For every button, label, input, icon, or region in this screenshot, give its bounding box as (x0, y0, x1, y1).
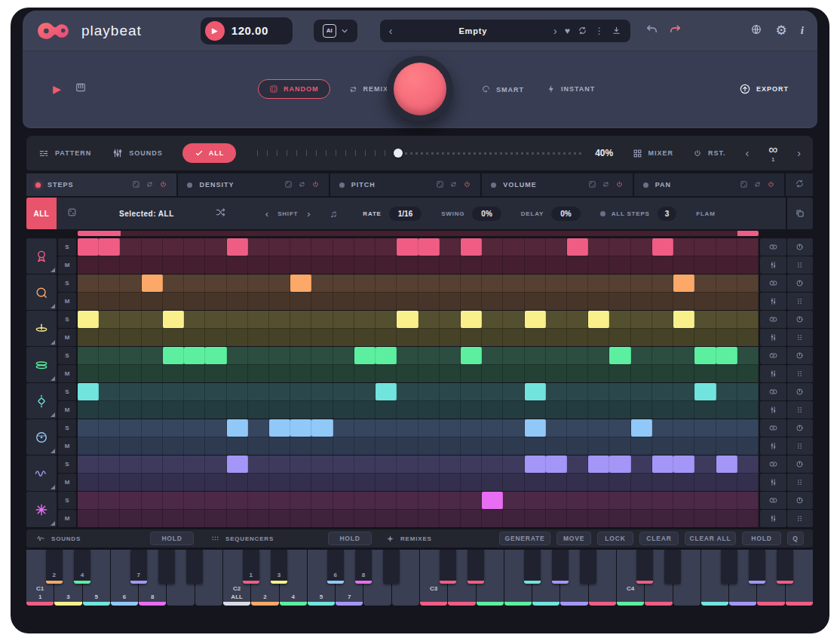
step-cell-21[interactable] (503, 293, 524, 310)
step-cell-2[interactable] (99, 401, 120, 419)
step-cell-5[interactable] (163, 401, 184, 419)
pattern-range-bar[interactable] (78, 231, 759, 236)
step-cell-13[interactable] (333, 455, 354, 473)
clear-button[interactable]: CLEAR (639, 532, 679, 545)
step-cell-12[interactable] (311, 347, 333, 364)
step-cell-11[interactable] (290, 329, 311, 346)
step-cell-11[interactable] (290, 274, 311, 292)
step-cell-7[interactable] (205, 329, 226, 346)
step-cell-28[interactable] (652, 311, 673, 328)
step-cell-16[interactable] (397, 492, 418, 509)
step-cell-17[interactable] (418, 437, 440, 455)
step-cell-19[interactable] (461, 256, 482, 274)
step-cell-18[interactable] (440, 311, 461, 328)
solo-button[interactable]: S (58, 383, 76, 400)
step-cell-22[interactable] (525, 293, 546, 310)
step-cell-20[interactable] (482, 383, 503, 400)
step-cell-19[interactable] (461, 238, 482, 256)
step-cell-7[interactable] (205, 401, 226, 419)
step-cell-30[interactable] (694, 274, 716, 292)
step-cell-13[interactable] (333, 347, 354, 364)
step-cell-5[interactable] (163, 492, 184, 509)
step-cell-3[interactable] (120, 311, 141, 328)
step-cell-7[interactable] (205, 383, 226, 400)
tab-dice-icon[interactable] (588, 178, 596, 192)
step-cell-11[interactable] (290, 293, 311, 310)
step-cell-1[interactable] (78, 437, 99, 455)
step-cell-4[interactable] (142, 311, 163, 328)
step-cell-17[interactable] (418, 383, 440, 400)
mixer-faders-icon[interactable] (760, 510, 786, 527)
pattern-dots-icon[interactable] (787, 256, 814, 274)
step-cell-19[interactable] (461, 329, 482, 346)
step-cell-15[interactable] (376, 274, 397, 292)
step-cell-31[interactable] (716, 401, 737, 419)
step-cell-5[interactable] (163, 383, 184, 400)
mute-button[interactable]: M (58, 293, 76, 310)
step-cell-28[interactable] (652, 510, 673, 527)
step-cell-21[interactable] (503, 401, 524, 419)
step-cell-30[interactable] (694, 293, 716, 310)
regenerate-all-button[interactable] (786, 173, 813, 196)
step-cell-19[interactable] (461, 365, 482, 382)
step-cell-11[interactable] (290, 311, 311, 328)
step-cell-27[interactable] (631, 419, 652, 437)
step-cell-12[interactable] (311, 293, 333, 310)
step-cell-9[interactable] (248, 274, 269, 292)
step-cell-29[interactable] (673, 401, 694, 419)
step-cell-21[interactable] (503, 437, 524, 455)
step-cell-24[interactable] (567, 474, 588, 491)
swing-value[interactable]: 0% (472, 207, 501, 221)
step-cell-2[interactable] (99, 365, 120, 382)
step-cell-15[interactable] (376, 437, 397, 455)
step-cell-25[interactable] (588, 329, 609, 346)
step-cell-2[interactable] (99, 474, 120, 491)
step-cell-8[interactable] (227, 256, 248, 274)
step-cell-1[interactable] (78, 455, 99, 473)
step-cell-32[interactable] (737, 329, 759, 346)
step-cell-20[interactable] (482, 492, 503, 509)
track-3-hihat-closed-icon[interactable] (26, 311, 57, 346)
step-cell-26[interactable] (609, 347, 630, 364)
step-cell-13[interactable] (333, 492, 354, 509)
pan-knob-icon[interactable] (787, 383, 814, 400)
step-cell-28[interactable] (652, 329, 673, 346)
step-cell-7[interactable] (205, 455, 226, 473)
step-cell-17[interactable] (418, 311, 440, 328)
step-cell-14[interactable] (354, 293, 376, 310)
step-cell-12[interactable] (311, 383, 333, 400)
step-cell-23[interactable] (546, 383, 567, 400)
quantize-button[interactable]: Q (787, 532, 804, 545)
step-cell-16[interactable] (397, 329, 418, 346)
step-cell-11[interactable] (290, 401, 311, 419)
step-cell-10[interactable] (269, 510, 290, 527)
remix-button[interactable]: REMIX (348, 84, 389, 94)
step-cell-27[interactable] (631, 329, 652, 346)
step-cell-30[interactable] (694, 256, 716, 274)
remixes-hold-button[interactable]: HOLD (742, 532, 781, 545)
step-cell-31[interactable] (716, 365, 737, 382)
step-cell-4[interactable] (142, 383, 163, 400)
step-cell-3[interactable] (120, 238, 141, 256)
step-cell-4[interactable] (142, 419, 163, 437)
step-cell-21[interactable] (503, 474, 524, 491)
step-cell-9[interactable] (248, 293, 269, 310)
solo-button[interactable]: S (58, 311, 76, 328)
step-cell-30[interactable] (694, 347, 716, 364)
step-cell-23[interactable] (546, 474, 567, 491)
black-key-C#3[interactable] (440, 550, 456, 584)
step-cell-18[interactable] (440, 238, 461, 256)
clear-track-icon[interactable] (760, 347, 786, 364)
step-cell-10[interactable] (269, 365, 290, 382)
step-cell-10[interactable] (269, 311, 290, 328)
step-cell-32[interactable] (737, 238, 759, 256)
step-cell-2[interactable] (99, 274, 120, 292)
black-key-G#2[interactable]: 8 (355, 550, 372, 584)
step-cell-11[interactable] (290, 492, 311, 509)
step-cell-5[interactable] (163, 347, 184, 364)
tab-volume[interactable]: VOLUME (482, 173, 632, 196)
sync-icon[interactable] (578, 26, 587, 35)
step-cell-26[interactable] (609, 329, 630, 346)
solo-button[interactable]: S (58, 492, 76, 509)
step-cell-10[interactable] (269, 256, 290, 274)
